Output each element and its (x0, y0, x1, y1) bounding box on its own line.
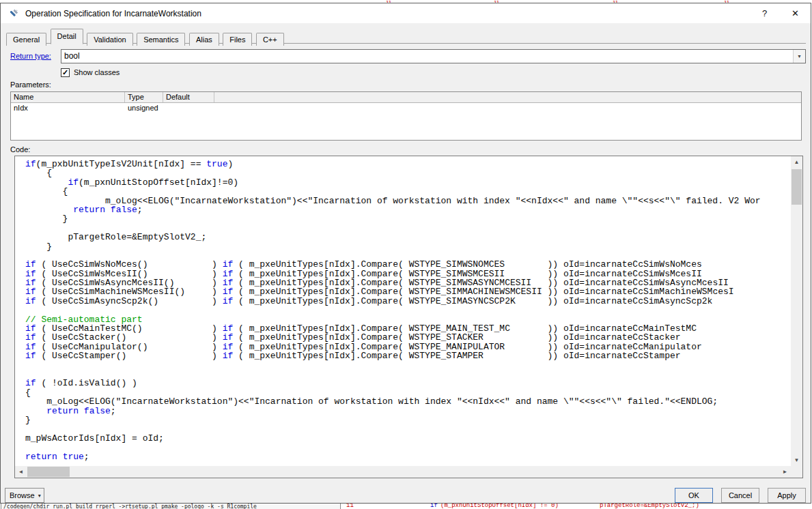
ok-button[interactable]: OK (675, 488, 713, 503)
code-label: Code: (10, 145, 30, 154)
return-type-link[interactable]: Return type: (10, 52, 51, 60)
code-content[interactable]: if(m_pxbUnitTypeIsV2Unit[nIdx] == true) … (15, 156, 791, 466)
apply-button[interactable]: Apply (768, 488, 806, 503)
scroll-up-icon[interactable]: ▲ (791, 156, 802, 168)
column-header-name[interactable]: Name (11, 92, 125, 102)
bg-marker-text: 11 (346, 503, 354, 509)
browse-button[interactable]: Browse ▾ (5, 488, 44, 503)
tab-semantics[interactable]: Semantics (137, 33, 185, 46)
parameters-header: Name Type Default (11, 92, 801, 103)
param-name-cell: nIdx (11, 103, 125, 113)
column-header-filler (214, 92, 801, 102)
scroll-right-icon[interactable]: ► (779, 466, 791, 478)
background-terminal-text: /codegen/chdir run.pl build rrperl ->rts… (1, 503, 341, 509)
column-header-type[interactable]: Type (125, 92, 163, 102)
tab-cpp[interactable]: C++ (256, 33, 284, 46)
param-default-cell (163, 103, 214, 113)
wrench-icon (8, 8, 19, 19)
help-button[interactable]: ? (749, 3, 780, 23)
parameters-body[interactable]: nIdx unsigned (11, 103, 801, 113)
column-header-default[interactable]: Default (163, 92, 214, 102)
show-classes-label: Show classes (74, 68, 120, 76)
vertical-scrollbar[interactable]: ▲ ▼ (791, 156, 802, 466)
tab-alias[interactable]: Alias (189, 33, 219, 46)
tab-files[interactable]: Files (223, 33, 252, 46)
scrollbar-corner (791, 466, 802, 478)
bg-code-keyword: if (430, 503, 438, 509)
tab-general[interactable]: General (6, 33, 46, 46)
horizontal-scrollbar[interactable]: ◄ ► (15, 466, 791, 478)
show-classes-row: ✓ Show classes (61, 68, 120, 77)
return-type-combobox[interactable]: bool ▼ (61, 49, 806, 63)
scroll-left-icon[interactable]: ◄ (15, 466, 27, 478)
show-classes-checkbox[interactable]: ✓ (61, 68, 70, 77)
tab-detail[interactable]: Detail (51, 29, 83, 44)
tab-validation[interactable]: Validation (87, 33, 133, 46)
window-title: Operation Specification for IncarnateWor… (25, 9, 201, 18)
bg-code-statement: pTargetRole=&EmptySlotV2_;) (600, 503, 699, 509)
horizontal-scrollbar-thumb[interactable] (27, 467, 70, 477)
param-type-cell: unsigned (125, 103, 163, 113)
chevron-down-icon: ▾ (38, 493, 41, 499)
return-type-value: bool (64, 50, 80, 63)
cancel-button[interactable]: Cancel (721, 488, 759, 503)
chevron-down-icon[interactable]: ▼ (793, 50, 805, 63)
code-editor[interactable]: if(m_pxbUnitTypeIsV2Unit[nIdx] == true) … (14, 156, 803, 478)
bg-code-condition: (m_pxnUnitStopOffset[nIdx] != 0) (440, 503, 559, 509)
parameters-table: Name Type Default nIdx unsigned (10, 91, 802, 141)
scroll-down-icon[interactable]: ▼ (791, 454, 802, 466)
parameters-label: Parameters: (10, 81, 51, 89)
background-window-strip: /codegen/chdir run.pl build rrperl ->rts… (0, 503, 812, 509)
close-button[interactable]: ✕ (780, 3, 811, 23)
tab-strip: General Detail Validation Semantics Alia… (6, 29, 806, 44)
titlebar: Operation Specification for IncarnateWor… (1, 3, 811, 23)
operation-specification-dialog: Operation Specification for IncarnateWor… (0, 3, 811, 504)
vertical-scrollbar-thumb[interactable] (792, 169, 802, 205)
table-row[interactable]: nIdx unsigned (11, 103, 801, 113)
browse-label: Browse (5, 491, 35, 499)
